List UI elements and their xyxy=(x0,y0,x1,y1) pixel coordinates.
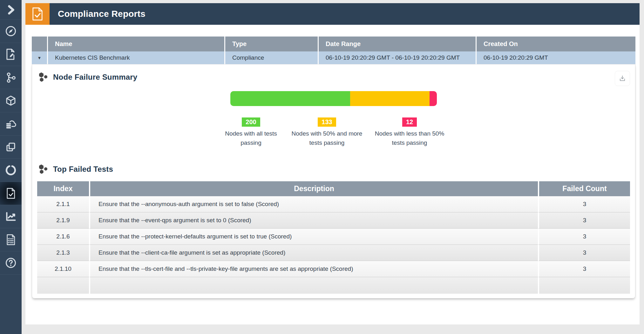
node-failure-stacked-bar xyxy=(230,91,437,106)
download-button[interactable] xyxy=(615,71,630,86)
cloud-database-icon xyxy=(5,118,17,130)
report-type: Compliance xyxy=(224,51,318,64)
legend-label: Nodes with less than 50% tests passing xyxy=(371,129,448,148)
table-row[interactable]: 2.1.3Ensure that the --client-ca-file ar… xyxy=(37,245,630,261)
cell-failed-count: 3 xyxy=(538,212,630,229)
compass-icon xyxy=(5,25,17,37)
cell-description: Ensure that the --anonymous-auth argumen… xyxy=(89,196,538,212)
report-row[interactable]: ▼ Kubernetes CIS Benchmark Compliance 06… xyxy=(32,51,635,64)
sidebar-item-analytics[interactable] xyxy=(0,205,22,228)
top-failed-tests-header: Top Failed Tests xyxy=(32,164,635,174)
cell-index: 2.1.1 xyxy=(37,196,89,212)
column-header-date-range[interactable]: Date Range xyxy=(318,37,476,51)
sidebar-item-expand[interactable] xyxy=(0,0,22,20)
page-title: Compliance Reports xyxy=(50,3,146,25)
cube-icon xyxy=(5,95,17,107)
sidebar-item-assets[interactable] xyxy=(0,89,22,112)
report-created-on: 06-10-19 20:20:29 GMT xyxy=(476,51,635,64)
cell-index: 2.1.9 xyxy=(37,212,89,229)
legend-item: 200Nodes with all tests passing xyxy=(220,117,282,148)
reports-table-header: Name Type Date Range Created On xyxy=(32,37,635,51)
compliance-report-icon xyxy=(25,3,50,25)
table-row[interactable]: 2.1.1Ensure that the --anonymous-auth ar… xyxy=(37,196,630,212)
cell-failed-count: 3 xyxy=(538,196,630,212)
bar-segment xyxy=(430,91,437,106)
failed-tests-table-body: 2.1.1Ensure that the --anonymous-auth ar… xyxy=(37,196,630,277)
cell-index: 2.1.6 xyxy=(37,229,89,245)
help-icon xyxy=(5,257,17,269)
table-row[interactable]: 2.1.9Ensure that the --event-qps argumen… xyxy=(37,212,630,229)
sidebar-item-network-activity[interactable] xyxy=(0,66,22,89)
legend-item: 133Nodes with 50% and more tests passing xyxy=(287,117,367,148)
refresh-icon xyxy=(5,164,17,176)
layers-icon xyxy=(5,141,17,153)
column-header-failed-count[interactable]: Failed Count xyxy=(538,181,630,196)
cell-description: Ensure that the --protect-kernel-default… xyxy=(89,229,538,245)
bar-segment xyxy=(230,91,350,106)
node-failure-summary-header: Node Failure Summary xyxy=(32,72,635,82)
column-header-index[interactable]: Index xyxy=(37,181,89,196)
content-area: Compliance Reports Name Type Date Range … xyxy=(25,3,640,324)
legend-label: Nodes with 50% and more tests passing xyxy=(287,129,367,148)
collapse-row-icon: ▼ xyxy=(37,56,42,60)
cell-description: Ensure that the --tls-cert-file and --tl… xyxy=(89,261,538,277)
column-header-description[interactable]: Description xyxy=(89,181,538,196)
sidebar-item-audit[interactable] xyxy=(0,228,22,251)
network-icon xyxy=(5,71,17,84)
legend-label: Nodes with all tests passing xyxy=(220,129,282,148)
column-header-created-on[interactable]: Created On xyxy=(476,37,635,51)
cell-failed-count: 3 xyxy=(538,229,630,245)
app-header: Compliance Reports xyxy=(25,3,640,25)
legend-count-badge: 200 xyxy=(242,117,260,127)
failed-tests-table-header: Index Description Failed Count xyxy=(37,181,630,196)
cell-index: 2.1.3 xyxy=(37,245,89,261)
section-title: Top Failed Tests xyxy=(53,165,113,174)
sidebar-item-processes[interactable] xyxy=(0,159,22,182)
chart-legend: 200Nodes with all tests passing133Nodes … xyxy=(32,117,635,148)
empty-table-row xyxy=(37,277,630,294)
column-header-type[interactable]: Type xyxy=(224,37,318,51)
reports-table: Name Type Date Range Created On ▼ Kubern… xyxy=(32,37,635,64)
legend-item: 12Nodes with less than 50% tests passing xyxy=(371,117,448,148)
document-edit-icon xyxy=(5,48,17,60)
report-detail-panel: Node Failure Summary 200Nodes with all t… xyxy=(32,64,635,298)
checklist-icon xyxy=(5,234,17,246)
hexagon-cluster-icon xyxy=(38,164,49,175)
chevron-right-icon xyxy=(5,4,17,16)
table-row[interactable]: 2.1.6Ensure that the --protect-kernel-de… xyxy=(37,229,630,245)
sidebar-item-policy[interactable] xyxy=(0,43,22,66)
cell-description: Ensure that the --client-ca-file argumen… xyxy=(89,245,538,261)
sidebar xyxy=(0,0,22,334)
top-failed-tests-table: Index Description Failed Count 2.1.1Ensu… xyxy=(37,181,630,294)
section-title: Node Failure Summary xyxy=(53,73,137,82)
table-row[interactable]: 2.1.10Ensure that the --tls-cert-file an… xyxy=(37,261,630,277)
sidebar-item-compliance-reports[interactable] xyxy=(0,182,22,205)
report-check-icon xyxy=(5,187,17,199)
column-header-name[interactable]: Name xyxy=(47,37,224,51)
download-icon xyxy=(619,75,626,82)
chart-icon xyxy=(5,210,17,223)
sidebar-item-dashboard[interactable] xyxy=(0,20,22,43)
cell-failed-count: 3 xyxy=(538,261,630,277)
report-name: Kubernetes CIS Benchmark xyxy=(47,51,224,64)
row-expander[interactable]: ▼ xyxy=(32,51,47,64)
report-date-range: 06-10-19 20:20:29 GMT - 06-10-19 20:20:2… xyxy=(318,51,476,64)
page: Compliance Reports Name Type Date Range … xyxy=(0,0,644,334)
bar-segment xyxy=(350,91,430,106)
cell-description: Ensure that the --event-qps argument is … xyxy=(89,212,538,229)
legend-count-badge: 133 xyxy=(318,117,336,127)
cell-index: 2.1.10 xyxy=(37,261,89,277)
cell-failed-count: 3 xyxy=(538,245,630,261)
legend-count-badge: 12 xyxy=(402,117,417,127)
sidebar-item-containers[interactable] xyxy=(0,136,22,159)
expander-column-header xyxy=(32,37,47,51)
sidebar-item-cloud[interactable] xyxy=(0,112,22,136)
hexagon-cluster-icon xyxy=(38,72,49,83)
sidebar-item-help[interactable] xyxy=(0,251,22,275)
